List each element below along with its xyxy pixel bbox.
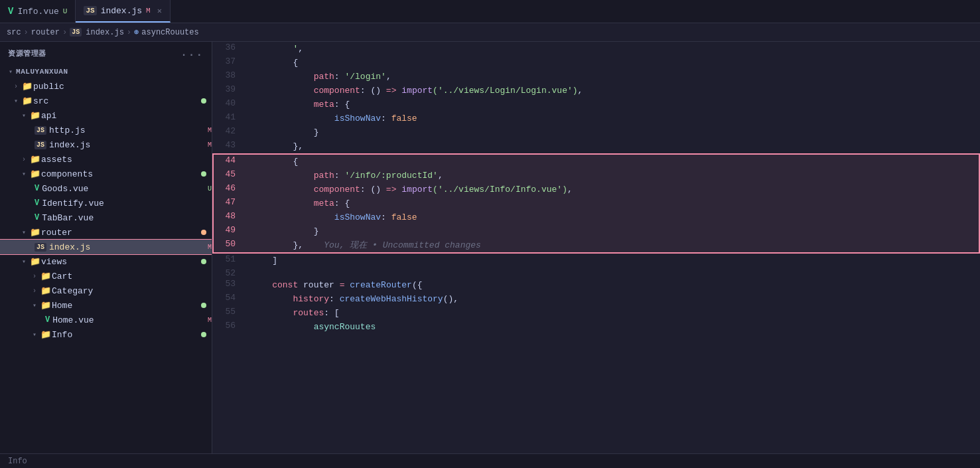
breadcrumb-sep3: ›	[127, 28, 131, 37]
line-content[interactable]: ]	[246, 253, 979, 268]
line-content[interactable]: }	[246, 224, 979, 238]
breadcrumb-sep1: ›	[24, 28, 29, 37]
line-content[interactable]: }, You, 现在 • Uncommitted changes	[246, 238, 979, 253]
sidebar-item-index-js-router[interactable]: JS index.js M	[0, 240, 212, 254]
folder-icon: 📁	[29, 256, 41, 267]
sidebar-item-category[interactable]: › 📁 Categary	[0, 283, 212, 298]
line-number: 43	[213, 139, 246, 154]
sidebar-item-index-js-api[interactable]: JS index.js M	[0, 137, 212, 152]
breadcrumb-file[interactable]: index.js	[86, 28, 124, 37]
js-file-icon: JS	[35, 126, 46, 135]
status-bar: Info	[0, 453, 980, 468]
modified-dot	[201, 230, 206, 235]
code-line-50: 50 }, You, 现在 • Uncommitted changes	[213, 238, 979, 253]
folder-icon: 📁	[29, 227, 41, 238]
sidebar-item-identify-vue[interactable]: V Identify.vue	[0, 196, 212, 210]
line-content[interactable]: meta: {	[246, 196, 979, 210]
line-content[interactable]: ',	[246, 42, 979, 56]
line-content[interactable]: isShowNav: false	[246, 210, 979, 224]
sidebar-item-views[interactable]: ▾ 📁 views	[0, 254, 212, 269]
line-content[interactable]: history: createWebHashHistory(),	[246, 292, 979, 306]
tab-info-vue[interactable]: V Info.vue U	[0, 0, 76, 23]
line-content[interactable]: },	[246, 139, 979, 154]
sidebar-item-home-vue[interactable]: V Home.vue M	[0, 313, 212, 327]
code-line-47: 47 meta: {	[213, 196, 979, 210]
code-editor[interactable]: 36 ',37 {38 path: '/login',39 component:…	[212, 42, 980, 453]
line-content[interactable]: {	[246, 56, 979, 70]
line-content[interactable]: {	[246, 154, 979, 169]
breadcrumb-src[interactable]: src	[7, 28, 21, 37]
sidebar-item-cart[interactable]: › 📁 Cart	[0, 269, 212, 283]
line-content[interactable]: }	[246, 125, 979, 139]
tab-index-js-badge: M	[146, 7, 151, 15]
sidebar-menu-button[interactable]: ...	[180, 47, 204, 59]
line-number: 37	[213, 56, 246, 70]
line-number: 48	[213, 210, 246, 224]
line-number: 53	[213, 278, 246, 292]
folder-icon: 📁	[40, 271, 52, 281]
folder-arrow-icon: ›	[19, 156, 29, 163]
sidebar-item-src[interactable]: ▾ 📁 src	[0, 94, 212, 108]
breadcrumb-router[interactable]: router	[31, 28, 60, 37]
line-content[interactable]: path: '/login',	[246, 70, 979, 84]
sidebar-root[interactable]: ▾ MALUYANXUAN	[0, 64, 212, 79]
code-line-42: 42 }	[213, 125, 979, 139]
line-content[interactable]: component: () => import('../views/Info/I…	[246, 183, 979, 196]
folder-arrow-icon: ▾	[19, 228, 29, 236]
tab-close-button[interactable]: ✕	[157, 6, 162, 16]
code-line-56: 56 asyncRouutes	[213, 320, 979, 334]
line-content[interactable]: meta: {	[246, 98, 979, 112]
sidebar-item-components[interactable]: ▾ 📁 components	[0, 167, 212, 181]
line-number: 46	[213, 183, 246, 196]
line-number: 56	[213, 320, 246, 334]
line-number: 41	[213, 112, 246, 125]
sidebar-label-views: views	[41, 257, 201, 267]
sidebar-item-public[interactable]: › 📁 public	[0, 79, 212, 94]
modified-dot	[201, 98, 206, 104]
js-file-icon: JS	[35, 243, 46, 252]
line-content[interactable]: asyncRouutes	[246, 320, 979, 334]
line-content[interactable]: routes: [	[246, 306, 979, 320]
line-number: 44	[213, 154, 246, 169]
sidebar-item-info[interactable]: ▾ 📁 Info	[0, 327, 212, 342]
tab-index-js[interactable]: JS index.js M ✕	[76, 0, 170, 23]
code-line-54: 54 history: createWebHashHistory(),	[213, 292, 979, 306]
line-number: 51	[213, 253, 246, 268]
folder-arrow-icon: ›	[11, 83, 21, 90]
modified-badge: M	[208, 317, 212, 324]
sidebar-item-home[interactable]: ▾ 📁 Home	[0, 298, 212, 313]
sidebar-label-http-js: http.js	[49, 125, 205, 135]
tab-info-vue-label: Info.vue	[17, 7, 58, 17]
folder-icon: 📁	[40, 300, 52, 311]
line-content[interactable]	[246, 268, 979, 278]
sidebar-item-assets[interactable]: › 📁 assets	[0, 152, 212, 167]
line-content[interactable]: path: '/info/:productId',	[246, 169, 979, 183]
breadcrumb-symbol[interactable]: asyncRouutes	[141, 28, 198, 37]
folder-icon: 📁	[21, 81, 33, 92]
folder-arrow-icon: ›	[29, 287, 40, 295]
sidebar-item-goods-vue[interactable]: V Goods.vue U	[0, 181, 212, 196]
line-number: 36	[213, 42, 246, 56]
sidebar-label-home-vue: Home.vue	[52, 315, 205, 325]
breadcrumb-js-icon: JS	[70, 28, 82, 37]
folder-arrow-icon: ▾	[19, 258, 29, 266]
line-content[interactable]: component: () => import('../views/Login/…	[246, 84, 979, 98]
folder-arrow-icon: ▾	[29, 331, 40, 339]
sidebar-item-http-js[interactable]: JS http.js M	[0, 123, 212, 137]
line-number: 55	[213, 306, 246, 320]
code-line-46: 46 component: () => import('../views/Inf…	[213, 183, 979, 196]
folder-arrow-icon: ▾	[11, 97, 21, 105]
sidebar-label-public: public	[33, 82, 212, 92]
sidebar-item-router[interactable]: ▾ 📁 router	[0, 225, 212, 240]
sidebar-label-goods-vue: Goods.vue	[42, 184, 205, 194]
vue-file-icon: V	[35, 184, 39, 193]
untracked-badge: U	[208, 185, 212, 193]
modified-dot	[201, 259, 206, 264]
line-content[interactable]: isShowNav: false	[246, 112, 979, 125]
modified-dot	[201, 332, 206, 337]
sidebar-item-tabbar-vue[interactable]: V TabBar.vue	[0, 210, 212, 225]
sidebar-item-api[interactable]: ▾ 📁 api	[0, 108, 212, 123]
code-line-37: 37 {	[213, 56, 979, 70]
line-number: 45	[213, 169, 246, 183]
line-content[interactable]: const router = createRouter({	[246, 278, 979, 292]
